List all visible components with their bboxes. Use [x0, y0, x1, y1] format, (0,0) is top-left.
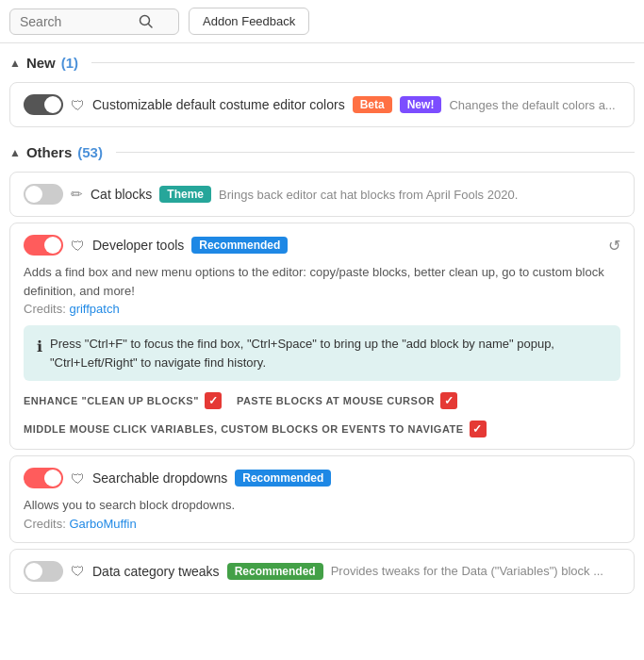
chevron-icon: ▲	[9, 57, 21, 70]
toggle-data-category[interactable]	[24, 561, 63, 582]
section-others-divider	[116, 152, 635, 153]
addon-name-searchable-dropdowns: Searchable dropdowns	[92, 470, 227, 486]
badge-recommended-searchable: Recommended	[235, 470, 331, 487]
setting-paste-blocks: PASTE BLOCKS AT MOUSE CURSOR ✓	[237, 392, 457, 409]
addon-card-cat-blocks: ✏ Cat blocks Theme Brings back editor ca…	[9, 172, 635, 217]
addon-icon-customizable: 🛡	[71, 97, 85, 113]
addon-desc-developer-tools: Adds a find box and new menu options to …	[24, 263, 620, 300]
toggle-developer-tools[interactable]	[24, 235, 63, 256]
toggle-searchable-dropdowns[interactable]	[24, 468, 63, 488]
addon-icon-data: 🛡	[71, 563, 85, 579]
search-input[interactable]	[20, 14, 133, 29]
addon-icon-cat: ✏	[71, 186, 83, 203]
badge-recommended-developer: Recommended	[191, 237, 288, 254]
header: Addon Feedback	[0, 0, 644, 43]
addon-name-data-category: Data category tweaks	[92, 564, 220, 579]
checkbox-enhance[interactable]: ✓	[205, 392, 222, 409]
addon-card-searchable-dropdowns: 🛡 Searchable dropdowns Recommended Allow…	[9, 455, 635, 543]
credits-developer-tools: Credits: griffpatch	[24, 302, 620, 316]
settings-row-2: MIDDLE MOUSE CLICK VARIABLES, CUSTOM BLO…	[24, 421, 620, 437]
reset-icon[interactable]: ↺	[608, 237, 620, 255]
addon-row-data-category: 🛡 Data category tweaks Recommended Provi…	[24, 561, 620, 582]
search-box[interactable]	[9, 8, 179, 35]
addon-row: 🛡 Customizable default costume editor co…	[24, 94, 620, 115]
section-others-count: (53)	[77, 144, 103, 160]
svg-line-1	[149, 24, 153, 27]
addon-icon-searchable: 🛡	[71, 470, 85, 487]
addon-row-cat-blocks: ✏ Cat blocks Theme Brings back editor ca…	[24, 184, 620, 205]
info-box-text: Press "Ctrl+F" to focus the find box, "C…	[50, 335, 607, 371]
settings-row-1: ENHANCE "CLEAN UP BLOCKS" ✓ PASTE BLOCKS…	[24, 392, 620, 409]
search-icon	[139, 14, 154, 29]
addon-feedback-button[interactable]: Addon Feedback	[189, 8, 309, 35]
section-new-label: New	[26, 55, 56, 71]
setting-label-enhance: ENHANCE "CLEAN UP BLOCKS"	[24, 395, 199, 406]
badge-new: New!	[400, 96, 442, 113]
section-divider	[91, 62, 635, 63]
addon-row-developer-tools: 🛡 Developer tools Recommended ↺	[24, 235, 620, 256]
credits-link-developer[interactable]: griffpatch	[69, 302, 119, 316]
addon-name-customizable: Customizable default costume editor colo…	[92, 97, 345, 112]
badge-beta: Beta	[353, 96, 392, 113]
addon-card-developer-tools: 🛡 Developer tools Recommended ↺ Adds a f…	[9, 223, 635, 450]
section-others-label: Others	[26, 144, 72, 160]
chevron-others-icon: ▲	[9, 146, 21, 159]
checkbox-middle[interactable]: ✓	[470, 421, 487, 437]
info-box-developer: ℹ Press "Ctrl+F" to focus the find box, …	[24, 325, 620, 381]
section-others-header: ▲ Others (53)	[0, 133, 644, 166]
section-new-header: ▲ New (1)	[0, 43, 644, 76]
addon-card-customizable-colors: 🛡 Customizable default costume editor co…	[9, 82, 635, 127]
addon-desc-data-category: Provides tweaks for the Data ("Variables…	[331, 564, 620, 578]
addon-row-searchable: 🛡 Searchable dropdowns Recommended	[24, 468, 620, 488]
addon-icon-developer: 🛡	[71, 238, 85, 254]
toggle-cat-blocks[interactable]	[24, 184, 63, 205]
info-icon: ℹ	[37, 336, 42, 358]
addon-card-data-category: 🛡 Data category tweaks Recommended Provi…	[9, 549, 635, 594]
setting-label-middle: MIDDLE MOUSE CLICK VARIABLES, CUSTOM BLO…	[24, 423, 464, 435]
addon-desc-cat-blocks: Brings back editor cat hat blocks from A…	[219, 188, 620, 202]
addon-desc-customizable: Changes the default colors a...	[449, 98, 620, 112]
setting-enhance-clean-up: ENHANCE "CLEAN UP BLOCKS" ✓	[24, 392, 222, 409]
addon-name-developer-tools: Developer tools	[92, 238, 184, 253]
toggle-customizable-colors[interactable]	[24, 94, 63, 115]
credits-searchable: Credits: GarboMuffin	[24, 517, 620, 531]
checkbox-paste[interactable]: ✓	[440, 392, 457, 409]
setting-label-paste: PASTE BLOCKS AT MOUSE CURSOR	[237, 395, 435, 406]
addon-name-cat-blocks: Cat blocks	[91, 187, 152, 202]
section-new-count: (1)	[61, 55, 78, 71]
addon-desc-searchable: Allows you to search block dropdowns.	[24, 496, 620, 515]
badge-theme: Theme	[159, 186, 211, 203]
setting-middle-mouse: MIDDLE MOUSE CLICK VARIABLES, CUSTOM BLO…	[24, 421, 487, 437]
badge-recommended-data: Recommended	[227, 563, 323, 580]
credits-link-searchable[interactable]: GarboMuffin	[69, 517, 136, 531]
